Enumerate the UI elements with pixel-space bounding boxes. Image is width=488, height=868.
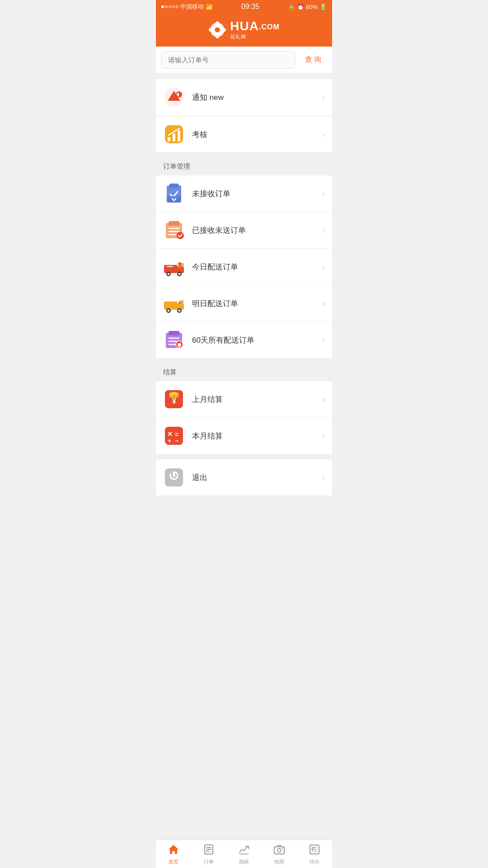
menu-item-last-month[interactable]: ¥ 上月结算 ›: [156, 381, 332, 418]
last-month-icon: ¥: [163, 388, 185, 410]
search-input[interactable]: [161, 51, 295, 69]
logout-chevron: ›: [322, 473, 325, 482]
header: HUA.COM 花礼网: [156, 14, 332, 47]
menu-item-accepted-unsent[interactable]: 已接收未送订单 ›: [156, 212, 332, 249]
notification-chevron: ›: [322, 93, 325, 102]
carrier-label: 中国移动: [180, 3, 204, 11]
order-management-group: 未接收订单 › 已接收未送订单 ›: [156, 175, 332, 358]
svg-rect-35: [178, 266, 182, 269]
notification-label: 通知 new: [192, 92, 322, 103]
all60days-chevron: ›: [322, 335, 325, 345]
assessment-label: 考核: [192, 129, 322, 140]
wifi-icon: 📶: [206, 4, 213, 10]
svg-text:−: −: [175, 437, 178, 444]
unaccepted-chevron: ›: [322, 189, 325, 198]
tomorrow-delivery-chevron: ›: [322, 299, 325, 308]
svg-point-30: [168, 273, 170, 275]
menu-item-notification[interactable]: 通知 new ›: [156, 79, 332, 116]
logo-container: HUA.COM 花礼网: [208, 19, 279, 40]
gap-before-settlement: [156, 358, 332, 363]
menu-item-assessment[interactable]: 考核 ›: [156, 116, 332, 152]
last-month-chevron: ›: [322, 395, 325, 404]
gap-before-orders: [156, 152, 332, 158]
svg-rect-33: [167, 266, 173, 267]
menu-item-logout[interactable]: 退出 ›: [156, 459, 332, 495]
logout-label: 退出: [192, 472, 322, 483]
svg-point-34: [178, 262, 182, 266]
menu-item-unaccepted[interactable]: 未接收订单 ›: [156, 175, 332, 212]
svg-rect-36: [164, 302, 178, 310]
svg-rect-22: [169, 221, 179, 226]
svg-rect-20: [167, 196, 181, 203]
dot: [161, 5, 164, 8]
assessment-chevron: ›: [322, 130, 325, 139]
bottom-spacer: [156, 495, 332, 527]
assessment-icon: [163, 123, 185, 145]
svg-rect-45: [169, 331, 179, 335]
dot: [176, 5, 178, 8]
svg-rect-17: [178, 130, 180, 142]
this-month-label: 本月结算: [192, 431, 322, 441]
menu-item-this-month[interactable]: × = + − 本月结算 ›: [156, 418, 332, 454]
lock-icon: 🔒: [288, 4, 295, 10]
today-delivery-label: 今日配送订单: [192, 262, 322, 272]
accepted-unsent-chevron: ›: [322, 226, 325, 235]
svg-rect-11: [172, 99, 176, 101]
logo-subtitle: 花礼网: [230, 33, 279, 40]
status-time: 09:35: [241, 3, 259, 11]
svg-text:日: 日: [180, 302, 183, 305]
logo-text: HUA.COM: [230, 19, 279, 33]
svg-text:¥: ¥: [172, 397, 176, 405]
today-delivery-icon: [163, 256, 185, 278]
logo-text-block: HUA.COM 花礼网: [230, 19, 279, 40]
svg-rect-19: [169, 184, 178, 188]
settlement-section-title: 结算: [156, 363, 332, 381]
settlement-group: ¥ 上月结算 › × = + − 本月结算 ›: [156, 381, 332, 454]
unaccepted-icon: [163, 183, 185, 204]
svg-point-8: [215, 27, 220, 32]
signal-dots: [161, 5, 178, 8]
svg-rect-16: [173, 133, 175, 142]
gap-after-search: [156, 74, 332, 79]
search-button[interactable]: 查 询: [300, 52, 327, 68]
battery-label: 80%: [306, 4, 318, 10]
menu-item-today-delivery[interactable]: 今日配送订单 ›: [156, 249, 332, 285]
svg-point-32: [178, 273, 181, 275]
today-delivery-chevron: ›: [322, 262, 325, 272]
order-management-section-title: 订单管理: [156, 158, 332, 175]
menu-item-tomorrow-delivery[interactable]: 日 明日配送订单 ›: [156, 285, 332, 322]
search-bar: 查 询: [156, 47, 332, 74]
dot: [172, 5, 175, 8]
dot: [165, 5, 168, 8]
status-left: 中国移动 📶: [161, 3, 213, 11]
accepted-unsent-icon: [163, 219, 185, 241]
all60days-icon: [163, 329, 185, 351]
battery-icon: 🔋: [319, 4, 327, 10]
this-month-icon: × = + −: [163, 425, 185, 447]
svg-text:+: +: [168, 437, 171, 444]
logout-icon: [163, 467, 185, 488]
tomorrow-delivery-icon: 日: [163, 292, 185, 314]
alarm-icon: ⏰: [297, 4, 304, 10]
all60days-label: 60天所有配送订单: [192, 335, 322, 345]
logo-flower-icon: [208, 21, 226, 39]
svg-rect-63: [173, 472, 175, 477]
svg-point-26: [177, 232, 184, 239]
menu-item-all-60days[interactable]: 60天所有配送订单 ›: [156, 322, 332, 358]
svg-point-39: [168, 310, 170, 312]
gap-before-logout: [156, 454, 332, 459]
top-menu-group: 通知 new › 考核 ›: [156, 79, 332, 152]
unaccepted-label: 未接收订单: [192, 189, 322, 199]
tomorrow-delivery-label: 明日配送订单: [192, 298, 322, 309]
svg-rect-15: [168, 137, 170, 142]
svg-point-41: [178, 310, 181, 312]
last-month-label: 上月结算: [192, 394, 322, 405]
notification-icon: [163, 86, 185, 108]
dot: [169, 5, 171, 8]
this-month-chevron: ›: [322, 431, 325, 441]
accepted-unsent-label: 已接收未送订单: [192, 225, 322, 236]
logout-group: 退出 ›: [156, 459, 332, 495]
status-right: 🔒 ⏰ 80% 🔋: [288, 4, 327, 10]
status-bar: 中国移动 📶 09:35 🔒 ⏰ 80% 🔋: [156, 0, 332, 14]
